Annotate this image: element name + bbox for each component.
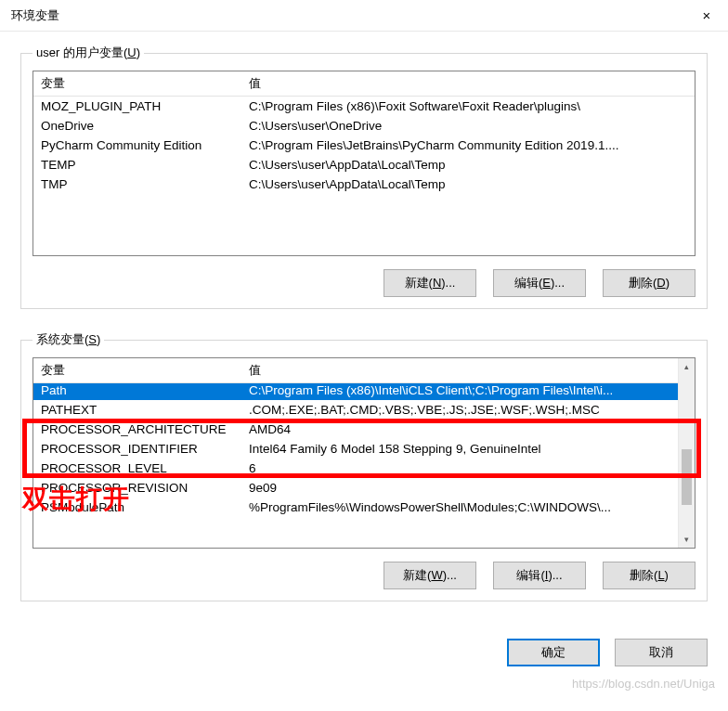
var-name: PATHEXT [33, 400, 241, 420]
var-name: TEMP [33, 155, 241, 175]
var-name: OneDrive [33, 116, 241, 136]
var-name: PROCESSOR_ARCHITECTURE [33, 420, 241, 439]
var-value: C:\Users\user\OneDrive [241, 116, 695, 136]
var-name: PROCESSOR_REVISION [33, 478, 241, 498]
table-row[interactable]: PathC:\Program Files (x86)\Intel\iCLS Cl… [33, 381, 678, 400]
user-vars-group: user 的用户变量(U) 变量 值 MOZ_PLUGIN_PATHC:\Pro… [20, 45, 708, 309]
var-value: C:\Program Files (x86)\Foxit Software\Fo… [241, 97, 695, 117]
user-vars-table[interactable]: 变量 值 MOZ_PLUGIN_PATHC:\Program Files (x8… [33, 71, 695, 194]
system-delete-button[interactable]: 删除(L) [603, 562, 696, 589]
var-value: C:\Program Files (x86)\Intel\iCLS Client… [241, 381, 678, 400]
user-delete-button[interactable]: 删除(D) [603, 269, 696, 297]
system-button-row: 新建(W)... 编辑(I)... 删除(L) [32, 562, 696, 589]
ok-button[interactable]: 确定 [507, 639, 600, 666]
var-name: PSModulePath [33, 498, 241, 517]
scrollbar-thumb[interactable] [682, 449, 692, 505]
user-vars-legend: user 的用户变量(U) [32, 45, 144, 61]
window-title: 环境变量 [11, 7, 59, 24]
user-button-row: 新建(N)... 编辑(E)... 删除(D) [32, 269, 696, 297]
table-row[interactable]: PATHEXT.COM;.EXE;.BAT;.CMD;.VBS;.VBE;.JS… [33, 400, 678, 420]
titlebar: 环境变量 × [0, 0, 728, 32]
table-row[interactable]: TMPC:\Users\user\AppData\Local\Temp [33, 175, 695, 194]
col-header-value[interactable]: 值 [241, 71, 695, 97]
table-row[interactable]: PROCESSOR_LEVEL6 [33, 459, 678, 478]
col-header-value[interactable]: 值 [241, 358, 678, 383]
var-value: .COM;.EXE;.BAT;.CMD;.VBS;.VBE;.JS;.JSE;.… [241, 400, 678, 420]
scroll-down-icon[interactable]: ▾ [679, 531, 695, 548]
var-name: PROCESSOR_IDENTIFIER [33, 439, 241, 459]
user-new-button[interactable]: 新建(N)... [384, 269, 476, 297]
var-value: C:\Program Files\JetBrains\PyCharm Commu… [241, 136, 695, 155]
var-name: PyCharm Community Edition [33, 136, 241, 155]
col-header-name[interactable]: 变量 [33, 71, 241, 97]
table-row[interactable]: PROCESSOR_ARCHITECTUREAMD64 [33, 420, 678, 439]
system-vars-group: 系统变量(S) 变量 值 OSWindows_NTPathC:\Program … [20, 331, 708, 601]
system-new-button[interactable]: 新建(W)... [384, 562, 476, 589]
var-value: 9e09 [241, 478, 678, 498]
close-icon[interactable]: × [685, 0, 728, 32]
user-edit-button[interactable]: 编辑(E)... [493, 269, 586, 297]
system-edit-button[interactable]: 编辑(I)... [493, 562, 586, 589]
table-row[interactable]: TEMPC:\Users\user\AppData\Local\Temp [33, 155, 695, 175]
var-value: 6 [241, 459, 678, 478]
scroll-up-icon[interactable]: ▴ [679, 358, 695, 375]
var-name: Path [33, 381, 241, 400]
cancel-button[interactable]: 取消 [615, 639, 708, 666]
dialog-content: user 的用户变量(U) 变量 值 MOZ_PLUGIN_PATHC:\Pro… [0, 32, 728, 633]
dialog-button-row: 确定 取消 [0, 633, 728, 687]
var-value: AMD64 [241, 420, 678, 439]
var-name: MOZ_PLUGIN_PATH [33, 97, 241, 117]
user-vars-table-wrap: 变量 值 MOZ_PLUGIN_PATHC:\Program Files (x8… [32, 71, 696, 256]
table-row[interactable]: OneDriveC:\Users\user\OneDrive [33, 116, 695, 136]
scrollbar[interactable]: ▴ ▾ [678, 358, 695, 548]
table-row[interactable]: PSModulePath%ProgramFiles%\WindowsPowerS… [33, 498, 678, 517]
var-value: C:\Users\user\AppData\Local\Temp [241, 175, 695, 194]
var-name: TMP [33, 175, 241, 194]
system-vars-legend: 系统变量(S) [32, 331, 104, 348]
table-row[interactable]: PROCESSOR_IDENTIFIERIntel64 Family 6 Mod… [33, 439, 678, 459]
system-vars-table-wrap: 变量 值 OSWindows_NTPathC:\Program Files (x… [32, 357, 696, 549]
col-header-name[interactable]: 变量 [33, 358, 241, 383]
var-value: C:\Users\user\AppData\Local\Temp [241, 155, 695, 175]
table-row[interactable]: PyCharm Community EditionC:\Program File… [33, 136, 695, 155]
var-name: PROCESSOR_LEVEL [33, 459, 241, 478]
var-value: Intel64 Family 6 Model 158 Stepping 9, G… [241, 439, 678, 459]
var-value: %ProgramFiles%\WindowsPowerShell\Modules… [241, 498, 678, 517]
table-row[interactable]: PROCESSOR_REVISION9e09 [33, 478, 678, 498]
table-row[interactable]: MOZ_PLUGIN_PATHC:\Program Files (x86)\Fo… [33, 97, 695, 117]
